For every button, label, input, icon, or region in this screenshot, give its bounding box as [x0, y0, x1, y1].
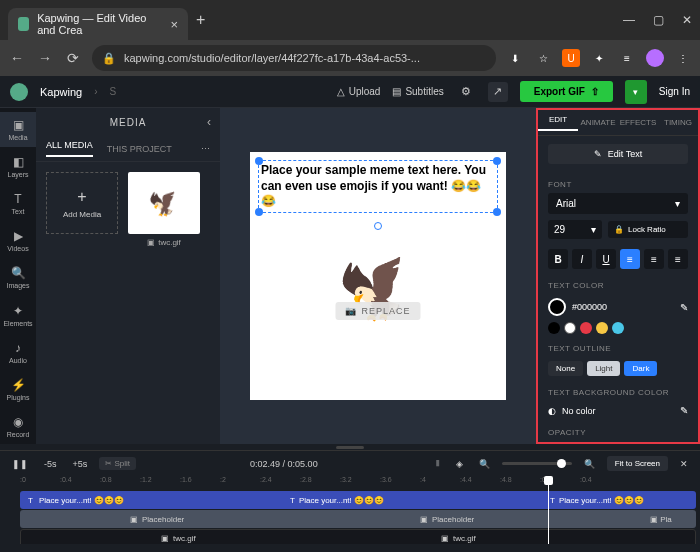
- font-size-select[interactable]: 29▾: [548, 220, 602, 239]
- rail-layers[interactable]: ◧Layers: [0, 149, 36, 184]
- rail-media[interactable]: ▣Media: [0, 112, 36, 147]
- share-button[interactable]: ↗: [488, 82, 508, 102]
- media-more-icon[interactable]: ⋯: [201, 144, 210, 154]
- zoom-thumb[interactable]: [557, 459, 566, 468]
- swatch-yellow[interactable]: [596, 322, 608, 334]
- zoom-slider[interactable]: [502, 462, 572, 465]
- handle-tr[interactable]: [493, 157, 501, 165]
- kapwing-logo[interactable]: [10, 83, 28, 101]
- canvas-area[interactable]: Place your sample meme text here. You ca…: [220, 108, 536, 444]
- font-select[interactable]: Arial▾: [548, 193, 688, 214]
- collapse-panel-icon[interactable]: ‹: [207, 115, 212, 129]
- rail-images[interactable]: 🔍Images: [0, 260, 36, 295]
- align-left-button[interactable]: ≡: [620, 249, 640, 269]
- tab-this-project[interactable]: THIS PROJECT: [107, 144, 172, 154]
- list-icon[interactable]: ≡: [618, 49, 636, 67]
- subtitles-button[interactable]: ▤ Subtitles: [392, 86, 443, 97]
- italic-button[interactable]: I: [572, 249, 592, 269]
- close-tab-icon[interactable]: ×: [170, 17, 178, 32]
- minimize-icon[interactable]: —: [623, 13, 635, 27]
- resize-handle[interactable]: [336, 446, 364, 449]
- rail-elements[interactable]: ✦Elements: [0, 298, 36, 333]
- new-tab-button[interactable]: +: [196, 11, 205, 29]
- download-icon[interactable]: ⬇: [506, 49, 524, 67]
- color-chip[interactable]: [548, 298, 566, 316]
- share-icon[interactable]: ☆: [534, 49, 552, 67]
- browser-tab[interactable]: Kapwing — Edit Video and Crea ×: [8, 8, 188, 40]
- zoom-out-icon[interactable]: 🔍: [475, 457, 494, 471]
- nocolor-icon[interactable]: ◐: [548, 406, 556, 416]
- lock-ratio-toggle[interactable]: 🔒 Lock Ratio: [608, 221, 688, 238]
- url-text: kapwing.com/studio/editor/layer/44f227fc…: [124, 52, 420, 64]
- add-media-button[interactable]: + Add Media: [46, 172, 118, 234]
- url-input[interactable]: 🔒 kapwing.com/studio/editor/layer/44f227…: [92, 45, 496, 71]
- breadcrumb-s: S: [110, 86, 117, 97]
- playhead[interactable]: [548, 476, 549, 544]
- export-button[interactable]: Export GIF ⇧: [520, 81, 613, 102]
- reload-button[interactable]: ⟳: [64, 50, 82, 66]
- tab-all-media[interactable]: ALL MEDIA: [46, 140, 93, 157]
- minus-5s[interactable]: -5s: [40, 457, 61, 471]
- media-title: MEDIA: [110, 117, 147, 128]
- signin-link[interactable]: Sign In: [659, 86, 690, 97]
- handle-rotate[interactable]: [374, 222, 382, 230]
- handle-br[interactable]: [493, 208, 501, 216]
- fit-to-screen[interactable]: Fit to Screen: [607, 456, 668, 471]
- snap-icon[interactable]: ◈: [452, 457, 467, 471]
- back-button[interactable]: ←: [8, 50, 26, 66]
- swatch-red[interactable]: [580, 322, 592, 334]
- bold-button[interactable]: B: [548, 249, 568, 269]
- ext-u-icon[interactable]: U: [562, 49, 580, 67]
- handle-tl[interactable]: [255, 157, 263, 165]
- timeline-track-gif[interactable]: ▣ twc.gif ▣ twc.gif: [20, 529, 696, 544]
- media-thumb[interactable]: 🦅 ▣twc.gif: [128, 172, 200, 247]
- eyedropper-icon[interactable]: ✎: [680, 302, 688, 313]
- gif-badge-icon: ▣: [147, 238, 155, 247]
- font-label: FONT: [548, 180, 688, 189]
- settings-icon[interactable]: ⚙: [456, 82, 476, 102]
- tab-timing[interactable]: TIMING: [658, 118, 698, 127]
- close-timeline-icon[interactable]: ✕: [676, 457, 692, 471]
- tab-effects[interactable]: EFFECTS: [618, 118, 658, 127]
- rail-plugins[interactable]: ⚡Plugins: [0, 372, 36, 407]
- split-button[interactable]: ✂ Split: [99, 457, 136, 470]
- extensions-icon[interactable]: ✦: [590, 49, 608, 67]
- rail-videos[interactable]: ▶Videos: [0, 223, 36, 258]
- replace-button[interactable]: 📷 REPLACE: [335, 302, 420, 320]
- tab-animate[interactable]: ANIMATE: [578, 118, 618, 127]
- swatch-black[interactable]: [548, 322, 560, 334]
- edit-text-button[interactable]: ✎ Edit Text: [548, 144, 688, 164]
- timeline[interactable]: :0:0.4:0.8:1.2:1.6:2:2.4:2.8:3.2:3.6:4:4…: [0, 476, 700, 544]
- underline-button[interactable]: U: [596, 249, 616, 269]
- outline-light[interactable]: Light: [587, 361, 620, 376]
- profile-avatar[interactable]: [646, 49, 664, 67]
- eyedropper-icon[interactable]: ✎: [680, 405, 688, 416]
- menu-icon[interactable]: ⋮: [674, 49, 692, 67]
- zoom-in-icon[interactable]: 🔍: [580, 457, 599, 471]
- close-window-icon[interactable]: ✕: [682, 13, 692, 27]
- forward-button[interactable]: →: [36, 50, 54, 66]
- outline-none[interactable]: None: [548, 361, 583, 376]
- tab-edit[interactable]: EDIT: [538, 115, 578, 131]
- rail-record[interactable]: ◉Record: [0, 409, 36, 444]
- outline-dark[interactable]: Dark: [624, 361, 657, 376]
- handle-bl[interactable]: [255, 208, 263, 216]
- swatch-white[interactable]: [564, 322, 576, 334]
- timeline-track-text[interactable]: TPlace your...nt! 😊😊😊 TPlace your...nt! …: [20, 491, 696, 509]
- swatch-cyan[interactable]: [612, 322, 624, 334]
- hex-value: #000000: [572, 302, 607, 312]
- timeline-track-placeholder[interactable]: ▣ Placeholder ▣ Placeholder ▣ Pla: [20, 510, 696, 528]
- align-center-button[interactable]: ≡: [644, 249, 664, 269]
- upload-button[interactable]: △ Upload: [337, 86, 381, 97]
- maximize-icon[interactable]: ▢: [653, 13, 664, 27]
- rail-audio[interactable]: ♪Audio: [0, 335, 36, 370]
- plus-5s[interactable]: +5s: [69, 457, 92, 471]
- pause-button[interactable]: ❚❚: [8, 457, 32, 471]
- export-dropdown[interactable]: ▾: [625, 80, 647, 104]
- canvas[interactable]: Place your sample meme text here. You ca…: [250, 152, 506, 400]
- align-right-button[interactable]: ≡: [668, 249, 688, 269]
- nocolor-text: No color: [562, 406, 596, 416]
- rail-text[interactable]: TText: [0, 186, 36, 221]
- prev-frame-icon[interactable]: ⦀: [432, 456, 444, 471]
- text-layer[interactable]: Place your sample meme text here. You ca…: [258, 160, 498, 213]
